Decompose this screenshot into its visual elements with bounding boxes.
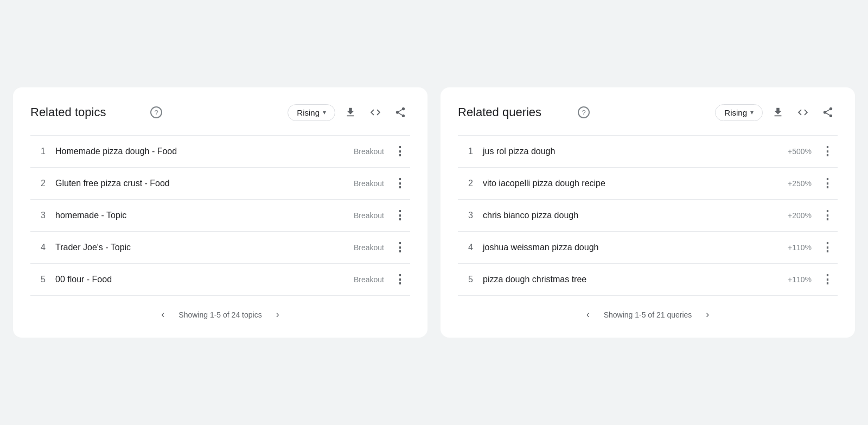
row-number: 2 (458, 179, 473, 188)
row-value: +110% (781, 243, 812, 252)
panel-related-topics: Related topics?Rising▾1Homemade pizza do… (13, 87, 427, 338)
row-number: 2 (30, 179, 46, 188)
prev-page-button[interactable]: ‹ (157, 307, 169, 322)
row-label: homemade - Topic (55, 211, 354, 220)
row-more-button[interactable]: ⋮ (818, 177, 838, 189)
row-more-button[interactable]: ⋮ (818, 274, 838, 286)
chevron-down-icon: ▾ (750, 109, 754, 116)
row-number: 5 (458, 275, 473, 284)
panel-related-queries: Related queries?Rising▾1jus rol pizza do… (441, 87, 855, 338)
table-row[interactable]: 3chris bianco pizza dough+200%⋮ (458, 200, 838, 232)
row-number: 5 (30, 275, 46, 284)
table-row[interactable]: 4Trader Joe's - TopicBreakout⋮ (30, 232, 410, 264)
table-row[interactable]: 3homemade - TopicBreakout⋮ (30, 200, 410, 232)
rising-label-0: Rising (297, 108, 320, 117)
table-row[interactable]: 2vito iacopelli pizza dough recipe+250%⋮ (458, 168, 838, 200)
table-row[interactable]: 5pizza dough christmas tree+110%⋮ (458, 264, 838, 296)
row-value: +200% (781, 211, 812, 220)
row-badge: Breakout (354, 179, 384, 188)
row-more-button[interactable]: ⋮ (391, 210, 410, 221)
row-value: +250% (781, 179, 812, 188)
row-badge: Breakout (354, 243, 384, 252)
chevron-down-icon: ▾ (323, 109, 326, 116)
next-page-button[interactable]: › (701, 307, 713, 322)
panel-title-1: Related queries (458, 105, 572, 119)
row-more-button[interactable]: ⋮ (391, 274, 410, 286)
row-more-button[interactable]: ⋮ (818, 210, 838, 221)
pagination-1: ‹Showing 1-5 of 21 queries› (458, 296, 838, 327)
row-label: jus rol pizza dough (483, 147, 781, 156)
row-label: Homemade pizza dough - Food (55, 147, 354, 156)
rows-0: 1Homemade pizza dough - FoodBreakout⋮2Gl… (30, 135, 410, 296)
help-icon-0[interactable]: ? (150, 106, 162, 118)
row-number: 4 (30, 243, 46, 252)
row-label: Gluten free pizza crust - Food (55, 179, 354, 188)
row-more-button[interactable]: ⋮ (391, 177, 410, 189)
rising-dropdown-1[interactable]: Rising▾ (715, 104, 763, 121)
row-badge: Breakout (354, 275, 384, 284)
rising-label-1: Rising (724, 108, 747, 117)
download-button-0[interactable] (341, 103, 360, 122)
table-row[interactable]: 500 flour - FoodBreakout⋮ (30, 264, 410, 296)
row-label: 00 flour - Food (55, 275, 354, 284)
share-button-1[interactable] (818, 103, 838, 122)
row-more-button[interactable]: ⋮ (391, 145, 410, 157)
table-row[interactable]: 4joshua weissman pizza dough+110%⋮ (458, 232, 838, 264)
row-more-button[interactable]: ⋮ (818, 145, 838, 157)
table-row[interactable]: 2Gluten free pizza crust - FoodBreakout⋮ (30, 168, 410, 200)
panel-title-0: Related topics (30, 105, 145, 119)
row-label: pizza dough christmas tree (483, 275, 781, 284)
row-label: Trader Joe's - Topic (55, 243, 354, 252)
table-row[interactable]: 1jus rol pizza dough+500%⋮ (458, 136, 838, 168)
row-number: 1 (458, 147, 473, 156)
pagination-text: Showing 1-5 of 24 topics (178, 310, 261, 319)
row-number: 1 (30, 147, 46, 156)
next-page-button[interactable]: › (272, 307, 284, 322)
embed-button-1[interactable] (793, 103, 813, 122)
panels-container: Related topics?Rising▾1Homemade pizza do… (13, 87, 855, 338)
pagination-0: ‹Showing 1-5 of 24 topics› (30, 296, 410, 327)
row-value: +500% (781, 147, 812, 156)
download-button-1[interactable] (768, 103, 788, 122)
row-badge: Breakout (354, 147, 384, 156)
panel-header-1: Related queries?Rising▾ (458, 103, 838, 122)
row-more-button[interactable]: ⋮ (391, 242, 410, 253)
embed-button-0[interactable] (366, 103, 385, 122)
rising-dropdown-0[interactable]: Rising▾ (288, 104, 335, 121)
row-badge: Breakout (354, 211, 384, 220)
row-label: joshua weissman pizza dough (483, 243, 781, 252)
row-value: +110% (781, 275, 812, 284)
row-number: 4 (458, 243, 473, 252)
table-row[interactable]: 1Homemade pizza dough - FoodBreakout⋮ (30, 136, 410, 168)
help-icon-1[interactable]: ? (578, 106, 590, 118)
share-button-0[interactable] (391, 103, 410, 122)
row-label: chris bianco pizza dough (483, 211, 781, 220)
rows-1: 1jus rol pizza dough+500%⋮2vito iacopell… (458, 135, 838, 296)
prev-page-button[interactable]: ‹ (582, 307, 594, 322)
panel-header-0: Related topics?Rising▾ (30, 103, 410, 122)
row-label: vito iacopelli pizza dough recipe (483, 179, 781, 188)
row-number: 3 (30, 211, 46, 220)
row-number: 3 (458, 211, 473, 220)
pagination-text: Showing 1-5 of 21 queries (604, 310, 692, 319)
row-more-button[interactable]: ⋮ (818, 242, 838, 253)
